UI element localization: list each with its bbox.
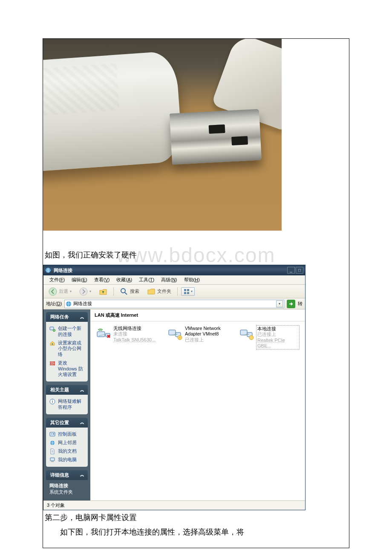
chevron-up-icon: ︽	[80, 419, 84, 425]
status-bar: 3 个对象	[43, 500, 305, 510]
minimize-button[interactable]: _	[287, 267, 295, 274]
svg-rect-15	[50, 432, 55, 436]
connection-name: VMware Network Adapter VMnet8	[185, 326, 228, 337]
svg-rect-4	[184, 289, 186, 291]
link-control-panel[interactable]: 控制面板	[49, 430, 84, 439]
task-setup-home-network[interactable]: 设置家庭或小型办公网络	[49, 339, 84, 359]
new-connection-icon	[49, 326, 55, 332]
menu-favorites[interactable]: 收藏(A)	[113, 276, 135, 284]
svg-rect-17	[53, 434, 54, 434]
details-name: 网络连接	[49, 483, 84, 489]
task-pane: 网络任务 ︽ 创建一个新的连接 设置家庭或小型办公网络	[43, 309, 90, 500]
panel-details: 详细信息 ︽ 网络连接 系统文件夹	[46, 470, 88, 498]
address-label: 地址(D)	[46, 301, 62, 307]
go-button[interactable]	[287, 300, 295, 308]
chevron-down-icon: ▾	[191, 289, 193, 293]
link-network-troubleshooter[interactable]: i 网络疑难解答程序	[49, 397, 84, 412]
svg-rect-12	[50, 361, 55, 365]
details-type: 系统文件夹	[49, 489, 84, 495]
chevron-up-icon: ︽	[80, 472, 84, 478]
link-network-places[interactable]: 网上邻居	[49, 439, 84, 447]
caption-hardware-installed: 如图，我们正确安装了硬件	[43, 248, 349, 262]
toolbar: 后退 ▾ ▾ 搜索 文件夹	[43, 285, 305, 298]
network-connections-window: 网络连接 _ □ 文件(F) 编辑(E) 查看(V) 收藏(A) 工具(T) 高…	[43, 265, 306, 510]
search-button[interactable]: 搜索	[117, 286, 142, 297]
my-computer-icon	[49, 457, 55, 463]
search-icon	[120, 287, 128, 296]
chevron-up-icon: ︽	[80, 314, 84, 320]
connection-name: 无线网络连接	[113, 326, 156, 331]
back-button[interactable]: 后退 ▾	[46, 286, 74, 297]
chevron-up-icon: ︽	[80, 387, 84, 393]
connection-status: 已连接上	[185, 337, 228, 343]
address-bar: 地址(D) 网络连接 ▾ 转	[43, 298, 305, 309]
home-network-icon	[49, 340, 55, 346]
svg-point-16	[51, 434, 52, 434]
category-header: LAN 或高速 Internet	[90, 309, 305, 321]
help-icon: i	[49, 399, 55, 405]
connection-local-area[interactable]: 本地连接 已连接上 Realtek PCIe GBE...	[239, 326, 299, 349]
back-icon	[49, 287, 57, 296]
panel-other-places: 其它位置 ︽ 控制面板 网上邻居	[46, 418, 88, 467]
svg-text:i: i	[52, 399, 53, 404]
link-my-computer[interactable]: 我的电脑	[49, 456, 84, 464]
content-area: LAN 或高速 Internet 无线网络连接 未连接 TalkTalk SNU…	[90, 309, 305, 500]
folders-button[interactable]: 文件夹	[144, 286, 174, 297]
usb-adapter-photo	[43, 39, 282, 231]
svg-rect-20	[51, 461, 54, 462]
menu-help[interactable]: 帮助(H)	[181, 276, 203, 284]
panel-header[interactable]: 网络任务 ︽	[46, 312, 88, 322]
link-my-documents[interactable]: 我的文档	[49, 447, 84, 456]
svg-point-3	[121, 289, 125, 293]
folders-icon	[147, 287, 156, 296]
svg-point-1	[49, 288, 57, 295]
maximize-button[interactable]: □	[296, 267, 303, 274]
svg-rect-7	[187, 292, 189, 294]
task-create-new-connection[interactable]: 创建一个新的连接	[49, 324, 84, 339]
views-button[interactable]: ▾	[181, 287, 195, 296]
panel-header[interactable]: 详细信息 ︽	[46, 470, 88, 480]
panel-related-topics: 相关主题 ︽ i 网络疑难解答程序	[46, 385, 88, 414]
forward-button[interactable]: ▾	[77, 286, 94, 297]
views-icon	[184, 289, 190, 295]
network-connections-icon	[45, 267, 51, 273]
network-places-icon	[49, 440, 55, 446]
svg-rect-19	[50, 458, 55, 461]
menu-view[interactable]: 查看(V)	[91, 276, 113, 284]
svg-point-28	[249, 335, 254, 340]
up-button[interactable]	[96, 286, 110, 297]
step-two-heading: 第二步，电脑网卡属性设置	[43, 510, 349, 525]
task-change-firewall[interactable]: 更改 Windows 防火墙设置	[49, 359, 84, 379]
connection-wireless[interactable]: 无线网络连接 未连接 TalkTalk SNU5630...	[96, 326, 156, 343]
wireless-disconnected-icon	[96, 326, 111, 340]
firewall-icon	[49, 360, 55, 366]
menu-tools[interactable]: 工具(T)	[135, 276, 158, 284]
svg-point-11	[52, 343, 53, 344]
step-two-body: 如下图，我们打开本地连接的属性，选择高级菜单，将	[43, 525, 349, 539]
connection-device: Realtek PCIe GBE...	[257, 338, 298, 349]
menu-edit[interactable]: 编辑(E)	[68, 276, 91, 284]
window-titlebar[interactable]: 网络连接 _ □	[43, 265, 305, 275]
panel-header[interactable]: 其它位置 ︽	[46, 418, 88, 428]
address-combo[interactable]: 网络连接 ▾	[64, 300, 284, 308]
menu-advanced[interactable]: 高级(N)	[158, 276, 180, 284]
connection-status: 未连接	[113, 331, 156, 337]
menu-file[interactable]: 文件(F)	[46, 276, 68, 284]
connection-vmnet8[interactable]: VMware Network Adapter VMnet8 已连接上	[168, 326, 228, 343]
panel-header[interactable]: 相关主题 ︽	[46, 385, 88, 395]
connection-name: 本地连接	[257, 326, 298, 332]
svg-rect-9	[50, 327, 54, 330]
svg-point-2	[80, 288, 87, 295]
folder-up-icon	[99, 287, 107, 296]
menu-bar: 文件(F) 编辑(E) 查看(V) 收藏(A) 工具(T) 高级(N) 帮助(H…	[43, 275, 305, 285]
address-value: 网络连接	[73, 301, 276, 307]
lan-connected-icon	[168, 326, 182, 340]
control-panel-icon	[49, 431, 55, 437]
lan-connected-icon	[239, 326, 254, 340]
my-documents-icon	[49, 448, 55, 454]
chevron-down-icon[interactable]: ▾	[276, 301, 283, 307]
forward-icon	[79, 287, 88, 296]
connection-device: TalkTalk SNU5630...	[113, 337, 156, 343]
network-connections-icon	[66, 301, 72, 307]
panel-network-tasks: 网络任务 ︽ 创建一个新的连接 设置家庭或小型办公网络	[46, 312, 88, 382]
